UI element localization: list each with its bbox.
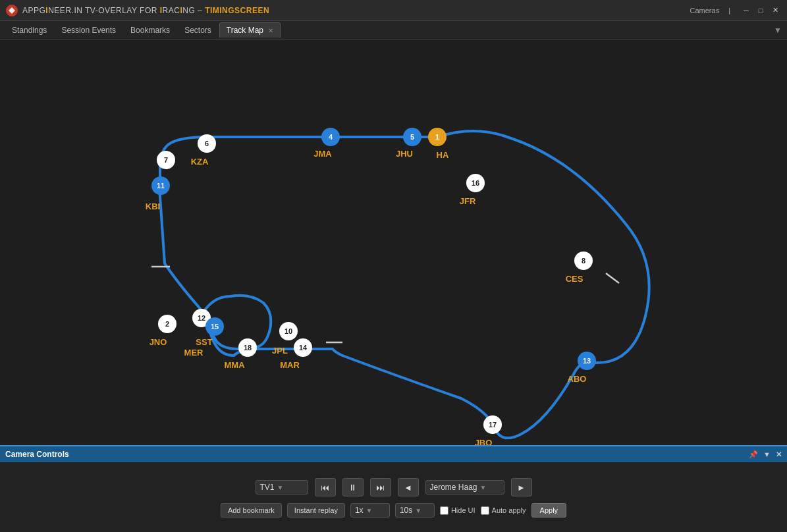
instant-replay-button[interactable]: Instant replay (287, 503, 345, 518)
separator-bar: | (728, 7, 730, 14)
driver-label-MMA: MMA (224, 360, 244, 370)
driver-dot-11[interactable]: 11 (151, 176, 170, 195)
driver-dropdown-arrow: ▼ (480, 484, 487, 491)
camera-controls-panel: Camera Controls 📌 ▼ ✕ TV1 ▼ ⏮ ⏸ ⏭ ◄ Jero… (0, 445, 787, 532)
camera-controls-title: Camera Controls (5, 450, 69, 459)
nav-dropdown-arrow[interactable]: ▼ (774, 26, 782, 35)
driver-dot-8[interactable]: 8 (574, 252, 593, 270)
close-button[interactable]: ✕ (769, 4, 782, 17)
driver-dot-6[interactable]: 6 (198, 134, 216, 153)
rewind-button[interactable]: ⏮ (315, 478, 336, 496)
driver-label-JHU: JHU (396, 149, 413, 159)
driver-dot-7[interactable]: 7 (157, 151, 175, 169)
hide-ui-label: Hide UI (451, 506, 475, 514)
driver-label-MER: MER (184, 348, 204, 358)
panel-collapse-icon[interactable]: ▼ (763, 450, 771, 458)
driver-label-JNO: JNO (149, 337, 167, 347)
driver-dot-10[interactable]: 10 (279, 322, 298, 340)
driver-dot-17[interactable]: 17 (483, 415, 502, 434)
pause-button[interactable]: ⏸ (342, 478, 364, 496)
camera-controls-header: Camera Controls 📌 ▼ ✕ (0, 446, 787, 462)
tab-bookmarks[interactable]: Bookmarks (124, 23, 176, 38)
driver-label-HA: HA (437, 150, 449, 160)
tab-track-map[interactable]: Track Map ✕ (219, 22, 281, 38)
tab-sectors[interactable]: Sectors (178, 23, 218, 38)
camera-controls-body: TV1 ▼ ⏮ ⏸ ⏭ ◄ Jerome Haag ▼ ► Add bookma… (0, 462, 787, 532)
driver-label-ABO: ABO (568, 374, 587, 384)
driver-label-JFR: JFR (460, 196, 476, 206)
auto-apply-group[interactable]: Auto apply (481, 506, 526, 515)
driver-label-MAR: MAR (280, 360, 300, 370)
driver-label-KBI: KBI (146, 201, 160, 211)
title-text: APPGINEER.IN TV-OVERLAY FOR IRACING – TI… (22, 6, 269, 15)
nav-tabs: Standings Session Events Bookmarks Secto… (0, 21, 787, 40)
tab-standings[interactable]: Standings (5, 23, 53, 38)
driver-dot-5[interactable]: 5 (403, 128, 421, 146)
driver-dot-14[interactable]: 14 (294, 338, 312, 357)
driver-label-JPL: JPL (272, 346, 288, 356)
hide-ui-group[interactable]: Hide UI (440, 506, 475, 515)
tab-session-events[interactable]: Session Events (55, 23, 122, 38)
driver-label-KZA: KZA (191, 157, 209, 167)
tab-close-icon[interactable]: ✕ (268, 27, 273, 34)
driver-dot-16[interactable]: 16 (466, 174, 485, 192)
title-left: APPGINEER.IN TV-OVERLAY FOR IRACING – TI… (5, 4, 269, 17)
driver-dot-15[interactable]: 15 (205, 317, 224, 336)
duration-dropdown[interactable]: 10s ▼ (395, 503, 435, 518)
auto-apply-label: Auto apply (492, 506, 526, 514)
driver-dot-13[interactable]: 13 (578, 352, 596, 370)
controls-row-2: Add bookmark Instant replay 1x ▼ 10s ▼ H… (221, 503, 566, 518)
app-logo (5, 4, 18, 17)
controls-row-1: TV1 ▼ ⏮ ⏸ ⏭ ◄ Jerome Haag ▼ ► (256, 478, 532, 496)
camera-dropdown-arrow: ▼ (277, 484, 284, 491)
auto-apply-checkbox[interactable] (481, 506, 489, 515)
window-controls: Cameras | ─ □ ✕ (690, 4, 782, 17)
driver-label-SST: SST (196, 337, 212, 347)
hide-ui-checkbox[interactable] (440, 506, 448, 515)
apply-button[interactable]: Apply (531, 503, 567, 518)
track-map: 1 HA 5 JHU 4 JMA 6 KZA 7 11 KBI 16 JFR 8… (0, 40, 787, 464)
cameras-label: Cameras (690, 7, 720, 14)
add-bookmark-button[interactable]: Add bookmark (221, 503, 282, 518)
fast-forward-button[interactable]: ⏭ (370, 478, 391, 496)
camera-dropdown[interactable]: TV1 ▼ (256, 480, 308, 494)
next-driver-button[interactable]: ► (511, 478, 532, 496)
speed-dropdown[interactable]: 1x ▼ (350, 503, 390, 518)
driver-dot-4[interactable]: 4 (321, 128, 340, 146)
driver-label-CES: CES (566, 274, 583, 284)
pin-icon[interactable]: 📌 (749, 450, 758, 459)
prev-driver-button[interactable]: ◄ (398, 478, 419, 496)
panel-close-icon[interactable]: ✕ (776, 450, 782, 459)
driver-dropdown[interactable]: Jerome Haag ▼ (425, 480, 504, 494)
title-bar: APPGINEER.IN TV-OVERLAY FOR IRACING – TI… (0, 0, 787, 21)
track-svg (0, 40, 787, 464)
driver-dot-18[interactable]: 18 (238, 338, 257, 357)
driver-dot-1[interactable]: 1 (428, 128, 447, 146)
maximize-button[interactable]: □ (754, 4, 767, 17)
speed-dropdown-arrow: ▼ (366, 507, 373, 514)
driver-label-JMA: JMA (313, 149, 331, 159)
minimize-button[interactable]: ─ (740, 4, 753, 17)
svg-line-3 (606, 273, 619, 283)
duration-dropdown-arrow: ▼ (415, 507, 421, 514)
driver-dot-2[interactable]: 2 (158, 315, 176, 333)
header-icons: 📌 ▼ ✕ (749, 450, 782, 459)
